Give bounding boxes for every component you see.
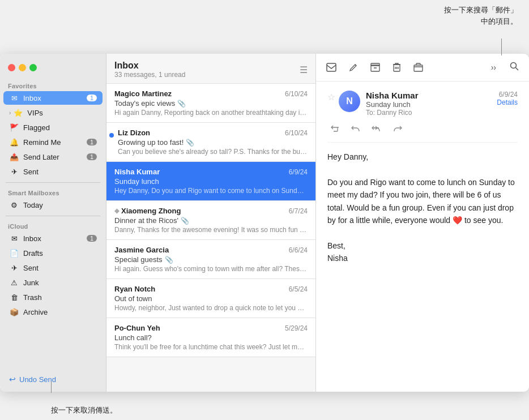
icloud-sent-icon: ✈ <box>9 263 19 273</box>
sidebar-item-today[interactable]: ⚙ Today <box>3 198 103 212</box>
subject-4: Dinner at the Ricos' 📎 <box>114 216 308 225</box>
date-5: 6/6/24 <box>289 246 308 254</box>
detail-body: Hey Danny, Do you and Rigo want to come … <box>327 151 518 265</box>
sender-5: Jasmine Garcia <box>114 246 169 254</box>
message-items: Magico Martinez 6/10/24 Today's epic vie… <box>106 84 315 392</box>
body-greeting: Hey Danny, <box>327 151 518 163</box>
svg-rect-0 <box>327 63 336 71</box>
message-item-6[interactable]: Ryan Notch 6/5/24 Out of town Howdy, nei… <box>106 279 315 318</box>
preview-6: Howdy, neighbor, Just wanted to drop a q… <box>114 304 308 312</box>
inbox-title: Inbox <box>114 61 185 71</box>
sidebar-item-junk[interactable]: ⚠ Junk <box>3 276 103 289</box>
sidebar-item-label-icloud-sent: Sent <box>23 264 97 272</box>
maximize-button[interactable] <box>29 64 37 71</box>
search-toolbar-icon[interactable] <box>507 59 521 75</box>
body-paragraph: Do you and Rigo want to come to lunch on… <box>327 176 518 227</box>
date-4: 6/7/24 <box>289 207 308 215</box>
sidebar-item-sent[interactable]: ✈ Sent <box>3 165 103 178</box>
annotation-line-top <box>501 38 502 55</box>
icloud-inbox-badge: 1 <box>87 235 97 242</box>
remind-me-badge: 1 <box>87 139 97 145</box>
detail-pane: ›› ☆ N Nisha Kumar Sunday lunch To: Dann… <box>316 54 529 392</box>
sender-2: Liz Dizon <box>118 128 150 137</box>
sidebar-item-label-icloud-inbox: Inbox <box>23 234 87 243</box>
message-item-5[interactable]: Jasmine Garcia 6/6/24 Special guests 📎 H… <box>106 240 315 279</box>
preview-2: Can you believe she's already so tall? P… <box>114 148 308 156</box>
junk-icon: ⚠ <box>9 277 19 288</box>
move-toolbar-icon[interactable] <box>411 61 425 74</box>
sidebar-item-icloud-sent[interactable]: ✈ Sent <box>3 261 103 275</box>
sidebar-item-drafts[interactable]: 📄 Drafts <box>3 246 103 260</box>
preview-7: Think you'll be free for a lunchtime cha… <box>114 343 308 351</box>
sidebar-item-inbox[interactable]: ✉ Inbox 1 <box>3 91 103 105</box>
vips-icon: ⭐ <box>13 108 23 118</box>
reply-all-icon[interactable] <box>368 122 385 136</box>
svg-point-5 <box>511 63 517 68</box>
star-icon[interactable]: ☆ <box>327 92 335 102</box>
message-item-7[interactable]: Po-Chun Yeh 5/29/24 Lunch call? Think yo… <box>106 318 315 357</box>
sender-4: ◆Xiaomeng Zhong <box>114 207 181 215</box>
detail-details-link[interactable]: Details <box>497 98 518 106</box>
delete-toolbar-icon[interactable] <box>390 61 403 74</box>
detail-content: ☆ N Nisha Kumar Sunday lunch To: Danny R… <box>316 82 529 392</box>
message-item-2[interactable]: Liz Dizon 6/10/24 Growing up too fast! 📎… <box>106 123 315 162</box>
preview-1: Hi again Danny, Reporting back on anothe… <box>114 109 308 117</box>
send-later-badge: 1 <box>87 153 97 160</box>
sender-7: Po-Chun Yeh <box>114 324 160 332</box>
sender-6: Ryan Notch <box>114 285 155 293</box>
today-icon: ⚙ <box>9 200 19 210</box>
annotation-bottom-left: 按一下來取消傳送。 <box>51 405 117 415</box>
sidebar-item-archive[interactable]: 📦 Archive <box>3 305 103 319</box>
subject-5: Special guests 📎 <box>114 255 308 264</box>
unread-indicator-2 <box>109 133 114 138</box>
subject-2: Growing up too fast! 📎 <box>114 138 308 147</box>
detail-toolbar: ›› <box>316 54 529 82</box>
pin-icon-4: ◆ <box>114 207 119 215</box>
message-list: Inbox 33 messages, 1 unread ☰ Magico Mar… <box>106 54 316 392</box>
sidebar-item-flagged[interactable]: 🚩 Flagged <box>3 121 103 134</box>
archive-toolbar-icon[interactable] <box>368 61 382 74</box>
sidebar-item-remind-me[interactable]: 🔔 Remind Me 1 <box>3 135 103 149</box>
sidebar-item-send-later[interactable]: 📤 Send Later 1 <box>3 150 103 164</box>
list-header-left: Inbox 33 messages, 1 unread <box>114 61 185 79</box>
attachment-icon-1: 📎 <box>177 100 186 108</box>
detail-to: To: Danny Rico <box>366 109 497 117</box>
preview-4: Danny, Thanks for the awesome evening! I… <box>114 226 308 234</box>
reply-icon[interactable] <box>348 122 364 136</box>
message-item-3[interactable]: Nisha Kumar 6/9/24 Sunday lunch Hey Dann… <box>106 162 315 201</box>
new-message-icon[interactable] <box>324 61 339 74</box>
compose-icon[interactable] <box>347 61 360 74</box>
detail-header: ☆ N Nisha Kumar Sunday lunch To: Danny R… <box>327 91 518 117</box>
attachment-icon-4: 📎 <box>181 217 189 225</box>
sidebar-item-vips[interactable]: › ⭐ VIPs <box>3 106 103 119</box>
message-item-1[interactable]: Magico Martinez 6/10/24 Today's epic vie… <box>106 84 315 123</box>
date-7: 5/29/24 <box>285 324 308 332</box>
attachment-icon-5: 📎 <box>165 256 173 264</box>
date-2: 6/10/24 <box>285 129 308 137</box>
sidebar-item-label-drafts: Drafts <box>23 249 97 258</box>
reply-delete-icon[interactable] <box>327 122 343 136</box>
detail-date: 6/9/24 <box>497 91 518 98</box>
filter-icon[interactable]: ☰ <box>300 65 308 75</box>
body-closing: Best,Nisha <box>327 239 518 265</box>
undo-send-button[interactable]: ↩ Undo Send <box>6 372 100 386</box>
sidebar-item-label-vips: VIPs <box>27 109 97 117</box>
attachment-icon-2: 📎 <box>186 139 194 147</box>
more-toolbar-icon[interactable]: ›› <box>488 61 500 74</box>
sidebar-item-label-send-later: Send Later <box>23 153 87 161</box>
send-later-icon: 📤 <box>9 152 19 162</box>
message-item-4[interactable]: ◆Xiaomeng Zhong 6/7/24 Dinner at the Ric… <box>106 201 315 240</box>
annotation-top-right: 按一下來搜尋「郵件」中的項目。 <box>444 5 518 27</box>
sidebar-item-icloud-inbox[interactable]: ✉ Inbox 1 <box>3 232 103 245</box>
sidebar-item-trash[interactable]: 🗑 Trash <box>3 290 103 304</box>
minimize-button[interactable] <box>19 64 26 71</box>
sidebar-item-label-trash: Trash <box>23 293 97 302</box>
detail-header-info: Nisha Kumar Sunday lunch To: Danny Rico <box>366 91 497 117</box>
app-window: Favorites ✉ Inbox 1 › ⭐ VIPs 🚩 Flagged 🔔… <box>0 54 529 392</box>
forward-icon[interactable] <box>390 122 406 136</box>
sidebar-item-label-today: Today <box>23 201 97 209</box>
preview-5: Hi again. Guess who's coming to town wit… <box>114 265 308 273</box>
sender-1: Magico Martinez <box>114 89 172 98</box>
close-button[interactable] <box>8 64 15 71</box>
svg-rect-4 <box>414 65 423 71</box>
